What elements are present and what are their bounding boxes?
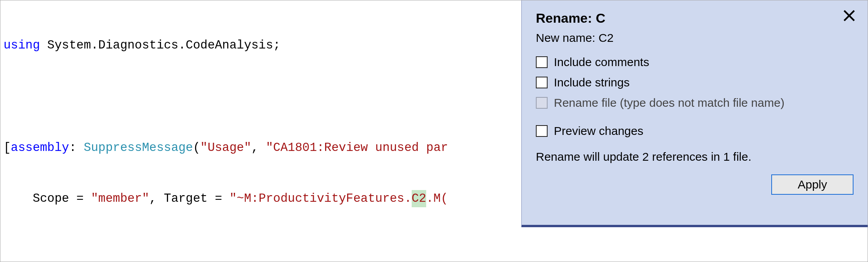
code-text: :	[69, 139, 83, 156]
string-literal: "CA1801:Review unused par	[266, 139, 448, 156]
checkbox-icon	[536, 97, 548, 109]
checkbox-label: Preview changes	[554, 124, 643, 138]
panel-title: Rename: C	[536, 11, 854, 26]
rename-status: Rename will update 2 references in 1 fil…	[536, 150, 854, 163]
code-text: (	[193, 139, 201, 156]
checkbox-label: Rename file (type does not match file na…	[554, 96, 785, 109]
code-editor[interactable]: using System.Diagnostics.CodeAnalysis; […	[0, 0, 521, 262]
apply-button[interactable]: Apply	[771, 174, 854, 195]
type-name: SuppressMessage	[84, 139, 193, 156]
checkbox-row-strings[interactable]: Include strings	[536, 74, 854, 91]
checkbox-icon[interactable]	[536, 77, 548, 88]
code-text: ,	[251, 139, 266, 156]
checkbox-row-renamefile: Rename file (type does not match file na…	[536, 95, 854, 111]
checkbox-icon[interactable]	[536, 56, 548, 68]
keyword-assembly: assembly	[11, 139, 69, 156]
keyword-using: using	[4, 37, 40, 54]
close-icon[interactable]	[843, 9, 856, 22]
code-text: , Target =	[149, 190, 230, 207]
string-literal: "~M:ProductivityFeatures.	[230, 190, 412, 207]
checkbox-icon[interactable]	[536, 125, 548, 137]
bracket: [	[4, 139, 11, 156]
string-literal: "member"	[91, 190, 149, 207]
code-text: Scope =	[4, 190, 91, 207]
checkbox-label: Include strings	[554, 76, 629, 89]
checkbox-row-preview[interactable]: Preview changes	[536, 123, 854, 139]
checkbox-row-comments[interactable]: Include comments	[536, 54, 854, 70]
rename-panel: Rename: C New name: C2 Include comments …	[521, 0, 868, 227]
checkbox-label: Include comments	[554, 56, 649, 69]
rename-match: C2	[412, 190, 426, 207]
string-literal: "Usage"	[200, 139, 251, 156]
code-text: System.Diagnostics.CodeAnalysis;	[40, 37, 280, 54]
string-literal: .M(	[426, 190, 448, 207]
new-name-label: New name: C2	[536, 31, 854, 45]
